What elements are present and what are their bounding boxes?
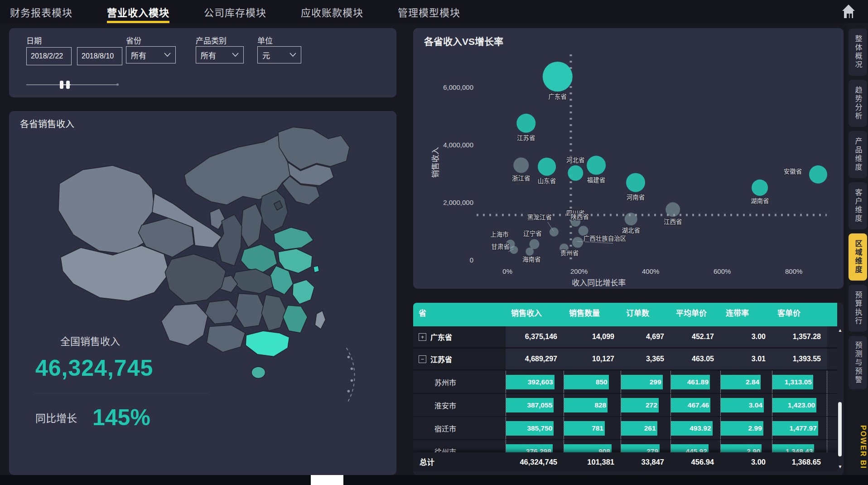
table-row-宿迁市[interactable]: 宿迁市385,750781261493.922.991,477.97 xyxy=(413,417,837,440)
value-bar-cell: 385,750 xyxy=(506,417,564,439)
data-bar: 272 xyxy=(621,398,659,412)
data-bar: 461.89 xyxy=(671,375,710,389)
bubble-广西壮族自治区[interactable] xyxy=(572,237,583,248)
bubble-河南省[interactable] xyxy=(626,173,645,192)
province-jiangxi[interactable] xyxy=(261,295,286,331)
bubble-山东省[interactable] xyxy=(538,158,556,176)
table-row-江苏省[interactable]: −江苏省4,689,29710,1273,365463.053.011,393.… xyxy=(413,349,837,371)
value-bar-cell: 299 xyxy=(621,371,670,393)
x-tick: 600% xyxy=(714,267,731,275)
right-sidebar: POWER BI 整体概况趋势分析产品维度客户维度区域维度预算执行预测与预警 xyxy=(847,23,868,485)
collapse-icon[interactable]: − xyxy=(419,355,426,363)
bubble-黑龙江省[interactable] xyxy=(550,228,559,237)
tab-公司库存模块[interactable]: 公司库存模块 xyxy=(204,0,266,23)
bubble-福建省[interactable] xyxy=(587,156,606,175)
province-shanxi[interactable] xyxy=(241,204,262,248)
province-henan[interactable] xyxy=(241,244,277,272)
value-cell: 452.17 xyxy=(670,326,720,347)
slider-handle-start[interactable] xyxy=(60,81,63,89)
province-select[interactable]: 所有 xyxy=(126,46,176,63)
province-xizang[interactable] xyxy=(61,246,169,301)
date-start-input[interactable]: 2018/2/22 xyxy=(26,47,72,65)
scroll-thumb[interactable] xyxy=(838,402,842,456)
unit-select[interactable]: 元 xyxy=(257,46,301,63)
sidebar-item-区域维度[interactable]: 区域维度 xyxy=(849,233,867,281)
data-bar: 2.99 xyxy=(721,421,763,436)
bubble-湖南省[interactable] xyxy=(752,179,768,196)
sidebar-item-预测与预警[interactable]: 预测与预警 xyxy=(849,336,867,389)
scroll-down-arrow[interactable]: ▼ xyxy=(837,464,843,470)
province-hunan[interactable] xyxy=(235,294,265,328)
bubble-甘肃省[interactable] xyxy=(510,246,518,254)
province-zhejiang[interactable] xyxy=(293,280,314,304)
table-scrollbar[interactable]: ▲ ▼ xyxy=(837,328,843,470)
dashboard: 财务报表模块营业收入模块公司库存模块应收账款模块管理模型模块 日期 2018/2… xyxy=(0,0,868,485)
province-hebei[interactable] xyxy=(260,190,288,232)
column-header-连带率[interactable]: 连带率 xyxy=(720,303,772,326)
column-header-客单价[interactable]: 客单价 xyxy=(772,303,827,326)
province-name: 江苏省 xyxy=(430,354,452,364)
table-row-广东省[interactable]: +广东省6,375,14614,0994,697452.173.001,357.… xyxy=(413,326,837,349)
value-bar-cell: 272 xyxy=(621,394,670,416)
column-header-平均单价[interactable]: 平均单价 xyxy=(670,303,720,326)
bubble-辽宁省[interactable] xyxy=(529,239,539,249)
bubble-广东省[interactable] xyxy=(543,62,573,92)
tab-营业收入模块[interactable]: 营业收入模块 xyxy=(107,0,169,23)
bubble-陕西省[interactable] xyxy=(579,226,588,236)
column-header-省[interactable]: 省 xyxy=(413,303,506,326)
top-nav-bar: 财务报表模块营业收入模块公司库存模块应收账款模块管理模型模块 xyxy=(0,0,868,23)
province-fujian[interactable] xyxy=(283,305,308,333)
bubble-海南省[interactable] xyxy=(526,247,534,256)
date-end-input[interactable]: 2018/8/10 xyxy=(77,47,122,65)
bubble-河北省[interactable] xyxy=(568,165,583,181)
scroll-up-arrow[interactable]: ▲ xyxy=(837,328,843,334)
bubble-安徽省[interactable] xyxy=(809,165,827,184)
expand-icon[interactable]: + xyxy=(419,333,426,341)
value-bar-cell: 1,477.97 xyxy=(772,417,827,439)
scatter-panel: 各省收入VS增长率 02,000,0004,000,0006,000,0000%… xyxy=(413,28,844,289)
chevron-down-icon xyxy=(289,53,296,57)
table-row-苏州市[interactable]: 苏州市392,603850299461.892.841,313.05 xyxy=(413,371,837,394)
bubble-湖北省[interactable] xyxy=(625,213,637,225)
sidebar-item-整体概况[interactable]: 整体概况 xyxy=(849,29,867,76)
slider-handle-end[interactable] xyxy=(66,81,70,89)
page-tab[interactable] xyxy=(311,475,343,485)
sidebar-item-客户维度[interactable]: 客户维度 xyxy=(849,182,867,229)
kpi-divider xyxy=(35,393,207,393)
sidebar-item-预算执行[interactable]: 预算执行 xyxy=(849,285,867,332)
row-name-cell: 宿迁市 xyxy=(413,417,506,439)
bubble-江苏省[interactable] xyxy=(516,114,535,133)
y-axis-title: 销售收入 xyxy=(431,147,440,178)
bubble-江西省[interactable] xyxy=(665,202,680,217)
category-select[interactable]: 所有 xyxy=(196,46,244,63)
tab-label: 财务报表模块 xyxy=(10,5,72,19)
province-guangdong[interactable] xyxy=(246,331,289,357)
sidebar-item-产品维度[interactable]: 产品维度 xyxy=(849,131,867,178)
province-hainan[interactable] xyxy=(251,367,265,378)
province-xinjiang[interactable] xyxy=(58,165,154,254)
bubble-浙江省[interactable] xyxy=(513,158,529,173)
bubble-label-江西省: 江西省 xyxy=(664,218,682,225)
sidebar-item-趋势分析[interactable]: 趋势分析 xyxy=(849,80,867,127)
table-total-row: 总计46,324,745101,38133,847456.943.001,368… xyxy=(413,452,837,471)
column-header-销售数量[interactable]: 销售数量 xyxy=(564,303,621,326)
value-cell: 10,127 xyxy=(564,349,621,369)
column-header-订单数[interactable]: 订单数 xyxy=(621,303,670,326)
value-bar-cell: 850 xyxy=(564,371,621,393)
tab-应收账款模块[interactable]: 应收账款模块 xyxy=(301,0,363,23)
tab-label: 管理模型模块 xyxy=(398,5,460,19)
province-sichuan[interactable] xyxy=(165,254,226,303)
province-guizhou[interactable] xyxy=(205,300,238,324)
column-header-销售收入[interactable]: 销售收入 xyxy=(506,303,564,326)
province-shanghai[interactable] xyxy=(313,266,319,272)
home-icon[interactable] xyxy=(842,4,855,19)
growth-label: 同比增长 xyxy=(35,410,77,425)
province-hubei[interactable] xyxy=(232,269,273,293)
province-shandong[interactable] xyxy=(274,228,313,250)
table-row-淮安市[interactable]: 淮安市387,055828272467.463.041,423.00 xyxy=(413,394,837,417)
tab-财务报表模块[interactable]: 财务报表模块 xyxy=(10,0,72,23)
province-taiwan[interactable] xyxy=(315,310,326,329)
tab-管理模型模块[interactable]: 管理模型模块 xyxy=(398,0,460,23)
data-bar: 392,603 xyxy=(506,375,555,389)
value-cell: 6,375,146 xyxy=(506,326,564,347)
